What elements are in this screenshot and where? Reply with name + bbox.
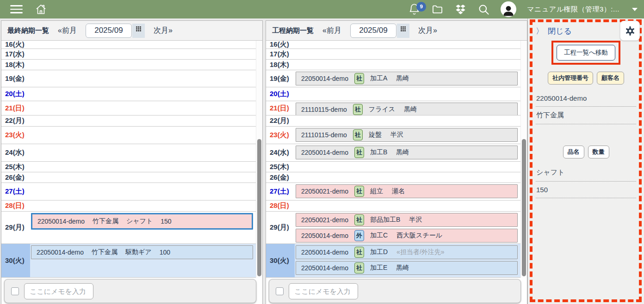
date-label: 16(火) bbox=[266, 41, 295, 49]
calendar-row-18(木): 18(木) bbox=[1, 60, 256, 70]
next-month-link[interactable]: 次月» bbox=[418, 26, 437, 36]
schedule-entry[interactable]: 22050014-demo外加工C西大阪スチール bbox=[296, 229, 518, 243]
entry-text: 竹下金属 bbox=[92, 248, 118, 256]
memo-bar bbox=[4, 279, 256, 303]
calendar-row-28(日): 28(日) bbox=[1, 201, 256, 212]
schedule-entry[interactable]: 22050014-demo社加工D«担当者/外注先» bbox=[296, 245, 518, 259]
entry-text: 150 bbox=[161, 218, 171, 225]
schedule-entry[interactable]: 21110115-demo社旋盤半沢 bbox=[296, 128, 518, 142]
schedule-entry[interactable]: 22050014-demo竹下金属シャフト150 bbox=[31, 213, 253, 230]
calendar-row-16(火): 16(火) bbox=[1, 41, 256, 49]
process-delivery-header: 工程納期一覧 «前月 次月» bbox=[266, 21, 527, 41]
process-name: フライス bbox=[369, 105, 395, 114]
quantity-value: 150 bbox=[536, 182, 636, 198]
date-label: 30(火) bbox=[1, 244, 30, 277]
user-avatar[interactable] bbox=[501, 1, 516, 17]
schedule-entry[interactable]: 22050014-demo社加工E黒崎 bbox=[296, 261, 518, 275]
schedule-entry[interactable]: 22050021-demo社部品加工B半沢 bbox=[296, 213, 518, 227]
panel-title: 工程納期一覧 bbox=[272, 26, 314, 35]
memo-input[interactable] bbox=[24, 283, 93, 299]
field-label-item-name: 品名 bbox=[563, 146, 584, 158]
date-label: 20(土) bbox=[1, 87, 30, 101]
date-label: 18(木) bbox=[1, 60, 30, 70]
notification-count-badge: 9 bbox=[416, 2, 426, 12]
schedule-entry[interactable]: 22050014-demo社加工A黒崎 bbox=[296, 72, 518, 85]
prev-month-link[interactable]: «前月 bbox=[58, 26, 77, 36]
schedule-entry[interactable]: 21110115-demo社フライス黒崎 bbox=[296, 103, 518, 115]
search-icon[interactable] bbox=[477, 3, 490, 16]
process-name: 加工D bbox=[370, 248, 388, 256]
date-label: 22(月) bbox=[1, 116, 30, 126]
date-label: 28(日) bbox=[266, 201, 295, 211]
close-panel-link[interactable]: 〉 閉じる bbox=[536, 26, 572, 36]
scrollbar-track bbox=[256, 41, 262, 278]
date-label: 20(土) bbox=[266, 87, 295, 101]
schedule-entry[interactable]: 22050014-demo竹下金属駆動ギア100 bbox=[31, 245, 253, 259]
date-label: 29(月) bbox=[266, 212, 295, 243]
date-label: 19(金) bbox=[266, 70, 295, 87]
memo-input[interactable] bbox=[289, 283, 358, 299]
settings-gear-icon[interactable] bbox=[620, 21, 640, 41]
date-label: 25(木) bbox=[1, 162, 30, 172]
scrollbar-thumb[interactable] bbox=[257, 139, 261, 277]
month-input[interactable] bbox=[86, 24, 132, 38]
calendar-row-16(火): 16(火) bbox=[266, 41, 520, 49]
schedule-entry[interactable]: 22050021-demo社組立瀬名 bbox=[296, 184, 518, 198]
process-name: 部品加工B bbox=[370, 216, 400, 224]
date-label: 24(水) bbox=[266, 144, 295, 161]
top-navigation-bar: 9 マニュアル権限（管理3）:... bbox=[0, 0, 644, 18]
calendar-row-28(日): 28(日) bbox=[266, 201, 520, 212]
hamburger-menu-icon[interactable] bbox=[10, 5, 23, 13]
entry-text: 100 bbox=[160, 249, 170, 256]
order-number: 22050014-demo bbox=[301, 75, 348, 82]
order-number: 21110115-demo bbox=[301, 106, 347, 113]
date-label: 17(水) bbox=[1, 49, 30, 59]
field-label-internal-control-number: 社内管理番号 bbox=[548, 72, 593, 85]
inhouse-badge: 社 bbox=[354, 73, 364, 84]
entry-text: 22050014-demo bbox=[37, 249, 84, 256]
calendar-row-30(火): 30(火)22050014-demo社加工D«担当者/外注先»22050014-… bbox=[266, 244, 520, 278]
notifications-bell-icon[interactable]: 9 bbox=[408, 3, 421, 16]
dropbox-icon[interactable] bbox=[454, 3, 467, 16]
process-name: 旋盤 bbox=[369, 131, 382, 139]
process-delivery-calendar: 16(火)17(水)18(木)19(金)22050014-demo社加工A黒崎2… bbox=[266, 41, 527, 278]
date-label: 19(金) bbox=[1, 70, 30, 87]
month-input[interactable] bbox=[350, 24, 396, 38]
inhouse-badge: 社 bbox=[353, 104, 363, 115]
process-name: 加工C bbox=[370, 231, 388, 240]
calendar-row-29(月): 29(月)22050014-demo竹下金属シャフト150 bbox=[1, 212, 256, 244]
inhouse-badge: 社 bbox=[354, 147, 364, 158]
calendar-row-26(金): 26(金) bbox=[266, 172, 520, 183]
memo-checkbox[interactable] bbox=[276, 287, 284, 295]
date-label: 22(月) bbox=[266, 116, 295, 126]
scrollbar-track bbox=[520, 41, 527, 278]
memo-checkbox[interactable] bbox=[11, 287, 19, 295]
person-name: 黒崎 bbox=[396, 148, 409, 157]
date-label: 23(火) bbox=[266, 127, 295, 144]
calendar-row-27(土): 27(土) bbox=[1, 183, 256, 201]
scrollbar-thumb[interactable] bbox=[522, 139, 526, 277]
highlight-red-frame: 工程一覧へ移動 bbox=[551, 41, 620, 65]
date-label: 25(木) bbox=[266, 162, 295, 172]
order-number: 22050014-demo bbox=[301, 232, 348, 239]
date-label: 23(火) bbox=[1, 127, 30, 144]
prev-month-link[interactable]: «前月 bbox=[322, 26, 341, 36]
date-label: 27(土) bbox=[1, 183, 30, 200]
date-label: 21(日) bbox=[266, 101, 295, 115]
home-icon[interactable] bbox=[35, 3, 47, 16]
order-details-panel: 〉 閉じる 工程一覧へ移動 社内管理番号 顧客名 22050014-demo 竹… bbox=[527, 18, 644, 304]
datepicker-calendar-icon[interactable] bbox=[132, 24, 145, 38]
final-delivery-panel: 最終納期一覧 «前月 次月» 16(火)17(水)18(木)19(金)20(土)… bbox=[1, 20, 263, 304]
schedule-entry[interactable]: 22050014-demo社加工B黒崎 bbox=[296, 146, 518, 159]
date-label: 17(水) bbox=[266, 49, 295, 59]
calendar-row-19(金): 19(金)22050014-demo社加工A黒崎 bbox=[266, 70, 520, 87]
folder-icon[interactable] bbox=[431, 3, 444, 16]
next-month-link[interactable]: 次月» bbox=[154, 26, 173, 36]
date-label: 29(月) bbox=[1, 212, 30, 243]
calendar-row-25(木): 25(木) bbox=[1, 162, 256, 172]
entry-text: シャフト bbox=[126, 217, 153, 225]
go-to-process-list-button[interactable]: 工程一覧へ移動 bbox=[557, 45, 615, 61]
datepicker-calendar-icon[interactable] bbox=[397, 24, 409, 38]
panel-title: 最終納期一覧 bbox=[7, 26, 49, 35]
user-menu-chevron-down-icon[interactable] bbox=[632, 8, 638, 11]
